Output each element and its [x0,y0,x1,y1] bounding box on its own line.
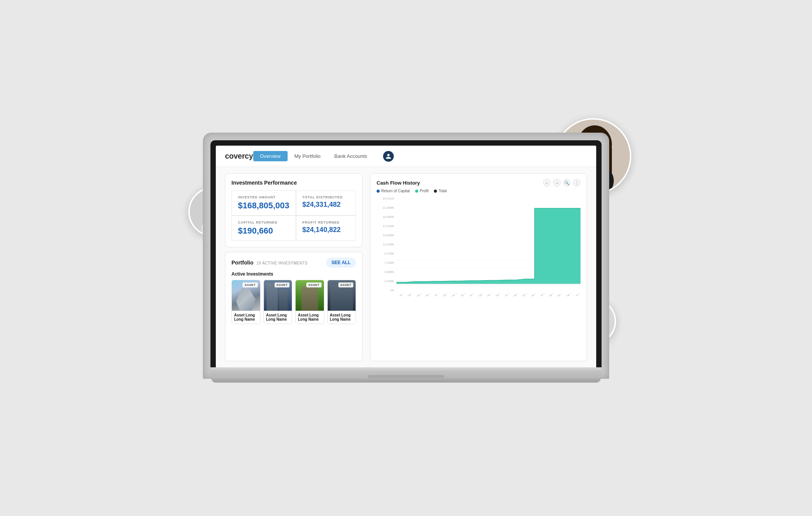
y-label-8: 18,465K [377,215,394,219]
x-label-8: Jun 20 [468,294,476,296]
asset-badge-3: ASSET [306,282,321,287]
asset-image-2: ASSET [264,280,292,311]
chart-controls: ← → 🔍 ⋮ [543,179,581,187]
chart-x-axis: Jun 18 Sep 18 Dec 18 Mar 19 Jun 19 Sep 1… [377,294,581,296]
investments-card: Investments Performance INVESTED AMOUNT … [225,173,362,247]
y-label-10: 24,331K [377,197,394,200]
asset-name-1: Asset Long Long Name [232,311,260,324]
asset-badge-4: ASSET [338,282,353,287]
metric-profit-value: $24,140,822 [302,226,349,234]
screen-bezel: covercy Overview My Portfolio Bank Accou… [210,140,602,367]
x-label-0: Jun 18 [398,294,405,296]
legend-total: Total [434,189,446,193]
x-label-9: Sep 20 [477,294,485,296]
active-investments-label: Active Investments [231,271,356,277]
chart-menu-btn[interactable]: ⋮ [573,179,581,187]
metric-invested-label: INVESTED AMOUNT [238,195,290,199]
chart-y-axis: 0K 2,433K 4,866K 7,299K 9,733K 12,166K 1… [377,197,396,292]
metric-capital-value: $190,660 [238,226,290,236]
metric-distributed-label: TOTAL DISTRIBUTED [302,195,349,199]
asset-name-2: Asset Long Long Name [264,311,292,324]
x-label-4: Jun 19 [433,294,440,296]
x-label-5: Sep 19 [442,294,450,296]
svg-marker-40 [396,208,581,284]
metrics-grid: INVESTED AMOUNT $168,805,003 TOTAL DISTR… [231,190,356,241]
x-label-10: Dec 20 [485,294,493,296]
asset-image-4: ASSET [328,280,356,311]
y-label-4: 9,733K [377,252,394,255]
y-label-2: 4,866K [377,270,394,274]
chart-legend: Return of Capital Profit Total [377,189,581,193]
y-label-7: 17,032K [377,224,394,228]
portfolio-header: Portfolio 19 ACTIVE INVESTMENTS SEE ALL [231,258,356,268]
x-label-16: Jun 22 [539,294,546,296]
x-label-15: Mar 22 [530,294,537,296]
legend-dot-total [434,190,437,193]
chart-prev-btn[interactable]: ← [543,179,551,187]
metric-profit-returned: PROFIT RETURNED $24,140,822 [296,216,356,241]
chart-zoom-btn[interactable]: 🔍 [563,179,571,187]
main-content: Investments Performance INVESTED AMOUNT … [216,167,596,367]
metric-invested-amount: INVESTED AMOUNT $168,805,003 [231,190,296,216]
asset-name-3: Asset Long Long Name [296,311,324,324]
legend-label-total: Total [438,189,446,193]
asset-card-2[interactable]: ASSET Asset Long Long Name [264,280,293,324]
metric-invested-value: $168,805,003 [238,201,290,211]
tab-bank-accounts[interactable]: Bank Accounts [327,151,374,161]
investments-title: Investments Performance [231,180,356,186]
asset-name-4: Asset Long Long Name [328,311,356,324]
legend-profit: Profit [415,189,429,193]
asset-image-1: ASSET [232,280,260,311]
x-label-18: Dec 22 [556,294,564,296]
y-label-6: 14,599K [377,234,394,237]
laptop-base [210,367,602,378]
y-label-5: 12,166K [377,243,394,246]
chart-title: Cash Flow History [377,180,420,186]
legend-dot-return [377,190,380,193]
metric-capital-label: CAPITAL RETURNED [238,221,290,224]
chart-svg [396,197,581,292]
x-label-3: Mar 19 [424,294,432,296]
laptop-shell: covercy Overview My Portfolio Bank Accou… [204,133,608,378]
legend-label-return: Return of Capital [381,189,410,193]
x-label-17: Sep 22 [547,294,555,296]
x-label-11: Mar 21 [495,294,502,296]
asset-card-4[interactable]: ASSET Asset Long Long Name [327,280,356,324]
y-label-0: 0K [377,289,394,292]
left-panel: Investments Performance INVESTED AMOUNT … [225,173,362,361]
legend-return-capital: Return of Capital [377,189,410,193]
asset-card-1[interactable]: ASSET Asset Long Long Name [231,280,260,324]
user-icon[interactable] [383,151,394,162]
y-label-9: 21,898K [377,206,394,209]
legend-label-profit: Profit [420,189,429,193]
navbar: covercy Overview My Portfolio Bank Accou… [216,146,596,167]
asset-badge-1: ASSET [243,282,257,287]
chart-card: Cash Flow History ← → 🔍 ⋮ [370,173,587,361]
tab-my-portfolio[interactable]: My Portfolio [288,151,328,161]
chart-next-btn[interactable]: → [553,179,561,187]
asset-badge-2: ASSET [275,282,290,287]
x-label-2: Dec 18 [415,294,423,296]
portfolio-title: Portfolio [231,260,254,266]
see-all-button[interactable]: SEE ALL [326,258,356,268]
x-label-1: Sep 18 [406,294,414,296]
asset-cards-grid: ASSET Asset Long Long Name ASSET [231,280,356,324]
nav-tabs: Overview My Portfolio Bank Accounts [253,151,374,161]
portfolio-section: Portfolio 19 ACTIVE INVESTMENTS SEE ALL … [225,252,362,361]
x-label-14: Dec 21 [521,294,529,296]
y-label-1: 2,433K [377,279,394,283]
metric-distributed-value: $24,331,482 [302,201,349,209]
app-logo: covercy [225,152,253,161]
portfolio-title-group: Portfolio 19 ACTIVE INVESTMENTS [231,260,307,266]
asset-card-3[interactable]: ASSET Asset Long Long Name [295,280,324,324]
legend-dot-profit [415,190,418,193]
x-label-7: Mar 20 [459,294,467,296]
logo-text: covercy [225,152,253,160]
right-panel: Cash Flow History ← → 🔍 ⋮ [370,173,587,361]
y-label-3: 7,299K [377,261,394,264]
laptop-foot [211,378,601,383]
x-label-13: Sep 21 [512,294,520,296]
tab-overview[interactable]: Overview [253,151,288,161]
x-label-19: Mar 23 [565,294,573,296]
metric-profit-label: PROFIT RETURNED [302,221,349,224]
